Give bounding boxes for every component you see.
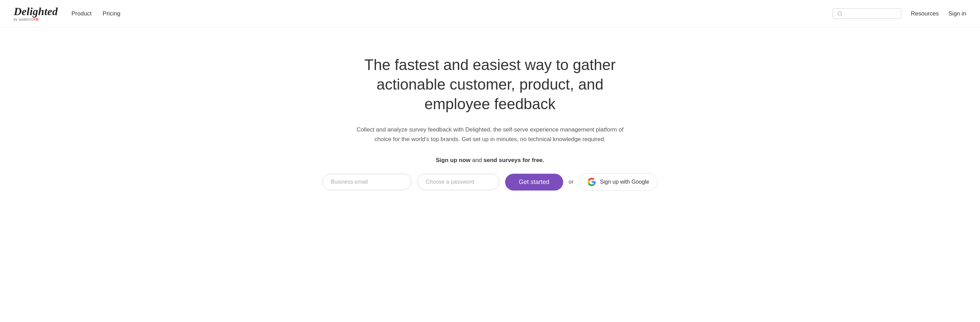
- nav-signin-link[interactable]: Sign in: [948, 10, 966, 17]
- nav-product-link[interactable]: Product: [72, 10, 92, 17]
- cta-text: Sign up now and send surveys for free.: [436, 157, 544, 164]
- nav-links: Product Pricing: [72, 10, 833, 17]
- nav-right: Resources Sign in: [833, 8, 966, 19]
- hero-title: The fastest and easiest way to gather ac…: [342, 55, 638, 114]
- cta-strong-2: send surveys for free.: [484, 157, 544, 163]
- logo-sub: by qualtricsXM: [14, 17, 39, 21]
- nav-item-pricing[interactable]: Pricing: [103, 10, 121, 17]
- nav-pricing-link[interactable]: Pricing: [103, 10, 121, 17]
- search-input[interactable]: [845, 11, 897, 16]
- cta-strong-1: Sign up now: [436, 157, 471, 163]
- signup-row: Get started or Sign up with Google: [322, 173, 658, 190]
- logo-xm: XM: [33, 17, 39, 21]
- cta-connector: and: [471, 157, 484, 163]
- svg-line-1: [841, 15, 842, 16]
- email-input[interactable]: [322, 174, 412, 190]
- hero-subtitle: Collect and analyze survey feedback with…: [356, 125, 624, 145]
- logo-link[interactable]: Delighted by qualtricsXM: [14, 6, 58, 21]
- hero-section: The fastest and easiest way to gather ac…: [0, 27, 980, 211]
- get-started-button[interactable]: Get started: [505, 174, 563, 190]
- search-box[interactable]: [833, 8, 901, 19]
- google-icon: [588, 178, 596, 186]
- google-signup-button[interactable]: Sign up with Google: [579, 173, 658, 190]
- navbar: Delighted by qualtricsXM Product Pricing…: [0, 0, 980, 27]
- search-icon: [837, 11, 843, 16]
- logo-text: Delighted: [14, 6, 58, 17]
- nav-resources-link[interactable]: Resources: [911, 10, 939, 17]
- or-divider: or: [569, 179, 573, 185]
- nav-item-product[interactable]: Product: [72, 10, 92, 17]
- password-input[interactable]: [417, 174, 500, 190]
- google-signup-label: Sign up with Google: [600, 179, 649, 185]
